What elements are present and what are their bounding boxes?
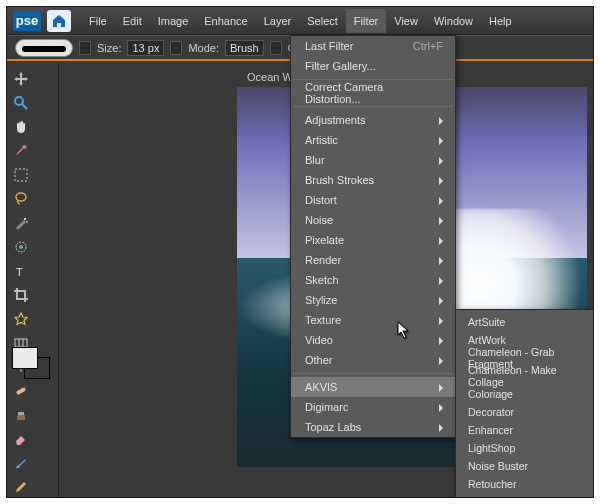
- title-bar: pse File Edit Image Enhance Layer Select…: [7, 7, 593, 35]
- menuitem-noise-buster[interactable]: Noise Buster: [456, 457, 594, 475]
- menuitem-sketch[interactable]: Sketch: [291, 270, 455, 290]
- cookie-cutter-tool[interactable]: [11, 309, 31, 329]
- menuitem-akvis[interactable]: AKVIS: [291, 377, 455, 397]
- eraser-tool[interactable]: [11, 429, 31, 449]
- hand-tool[interactable]: [11, 117, 31, 137]
- brush-tool[interactable]: [11, 453, 31, 473]
- svg-point-5: [26, 221, 28, 223]
- menuitem-brush-strokes[interactable]: Brush Strokes: [291, 170, 455, 190]
- mode-select[interactable]: Brush: [225, 40, 264, 56]
- menu-bar: File Edit Image Enhance Layer Select Fil…: [81, 9, 520, 33]
- marquee-tool[interactable]: [11, 165, 31, 185]
- brush-preview[interactable]: [15, 39, 73, 57]
- svg-point-7: [19, 245, 23, 249]
- foreground-color-swatch[interactable]: [12, 347, 38, 369]
- menu-view[interactable]: View: [386, 9, 426, 33]
- menuitem-correct-camera[interactable]: Correct Camera Distortion...: [291, 83, 455, 103]
- svg-rect-17: [17, 415, 25, 420]
- svg-point-4: [24, 218, 26, 220]
- menuitem-blur[interactable]: Blur: [291, 150, 455, 170]
- menuitem-distort[interactable]: Distort: [291, 190, 455, 210]
- menuitem-filter-gallery[interactable]: Filter Gallery...: [291, 56, 455, 76]
- menuitem-last-filter: Last FilterCtrl+F: [291, 36, 455, 56]
- size-label: Size:: [97, 42, 121, 54]
- menuitem-other[interactable]: Other: [291, 350, 455, 370]
- svg-rect-16: [16, 387, 27, 395]
- toolbox: T: [7, 63, 59, 497]
- mode-label: Mode:: [188, 42, 219, 54]
- brush-picker-dropdown[interactable]: [79, 41, 91, 55]
- svg-point-0: [15, 97, 23, 105]
- menuitem-coloriage[interactable]: Coloriage: [456, 385, 594, 403]
- type-tool[interactable]: T: [11, 261, 31, 281]
- menu-select[interactable]: Select: [299, 9, 346, 33]
- menuitem-topaz-labs[interactable]: Topaz Labs: [291, 417, 455, 437]
- menu-enhance[interactable]: Enhance: [196, 9, 255, 33]
- menuitem-pixelate[interactable]: Pixelate: [291, 230, 455, 250]
- svg-rect-2: [15, 169, 27, 181]
- menuitem-artistic[interactable]: Artistic: [291, 130, 455, 150]
- size-input[interactable]: 13 px: [127, 40, 164, 56]
- home-button[interactable]: [47, 10, 71, 32]
- color-swatches[interactable]: [12, 347, 54, 385]
- cursor-icon: [397, 321, 411, 339]
- menuitem-decorator[interactable]: Decorator: [456, 403, 594, 421]
- akvis-submenu: ArtSuite ArtWork Chameleon - Grab Fragme…: [455, 309, 594, 498]
- size-dropdown[interactable]: [170, 41, 182, 55]
- menuitem-enhancer[interactable]: Enhancer: [456, 421, 594, 439]
- pencil-tool[interactable]: [11, 477, 31, 497]
- menuitem-akvis-sketch[interactable]: Sketch: [456, 493, 594, 498]
- menu-help[interactable]: Help: [481, 9, 520, 33]
- menu-image[interactable]: Image: [150, 9, 197, 33]
- mode-dropdown[interactable]: [270, 41, 282, 55]
- menu-filter[interactable]: Filter: [346, 9, 386, 33]
- menuitem-stylize[interactable]: Stylize: [291, 290, 455, 310]
- wand-tool[interactable]: [11, 213, 31, 233]
- menuitem-texture[interactable]: Texture: [291, 310, 455, 330]
- menuitem-chameleon-collage[interactable]: Chameleon - Make Collage: [456, 367, 594, 385]
- svg-rect-9: [15, 339, 27, 347]
- menuitem-video[interactable]: Video: [291, 330, 455, 350]
- eyedropper-tool[interactable]: [11, 141, 31, 161]
- menu-layer[interactable]: Layer: [256, 9, 300, 33]
- menuitem-render[interactable]: Render: [291, 250, 455, 270]
- menuitem-adjustments[interactable]: Adjustments: [291, 110, 455, 130]
- filter-menu: Last FilterCtrl+F Filter Gallery... Corr…: [290, 35, 456, 438]
- svg-text:T: T: [16, 266, 23, 278]
- menuitem-noise[interactable]: Noise: [291, 210, 455, 230]
- menu-edit[interactable]: Edit: [115, 9, 150, 33]
- menuitem-digimarc[interactable]: Digimarc: [291, 397, 455, 417]
- app-logo: pse: [13, 11, 41, 31]
- menu-window[interactable]: Window: [426, 9, 481, 33]
- zoom-tool[interactable]: [11, 93, 31, 113]
- menuitem-retoucher[interactable]: Retoucher: [456, 475, 594, 493]
- clone-tool[interactable]: [11, 405, 31, 425]
- quick-selection-tool[interactable]: [11, 237, 31, 257]
- move-tool[interactable]: [11, 69, 31, 89]
- menuitem-artsuite[interactable]: ArtSuite: [456, 313, 594, 331]
- svg-rect-18: [18, 412, 24, 415]
- lasso-tool[interactable]: [11, 189, 31, 209]
- menu-file[interactable]: File: [81, 9, 115, 33]
- svg-line-1: [22, 104, 27, 109]
- menuitem-lightshop[interactable]: LightShop: [456, 439, 594, 457]
- crop-tool[interactable]: [11, 285, 31, 305]
